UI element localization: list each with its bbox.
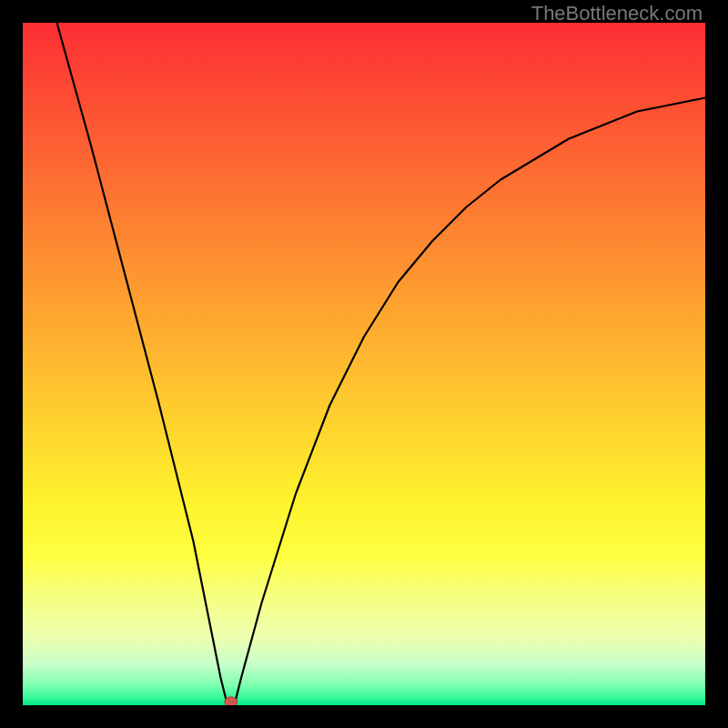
optimal-marker <box>225 697 238 705</box>
chart-svg <box>23 23 705 705</box>
chart-frame <box>23 23 705 705</box>
watermark-text: TheBottleneck.com <box>531 2 703 25</box>
